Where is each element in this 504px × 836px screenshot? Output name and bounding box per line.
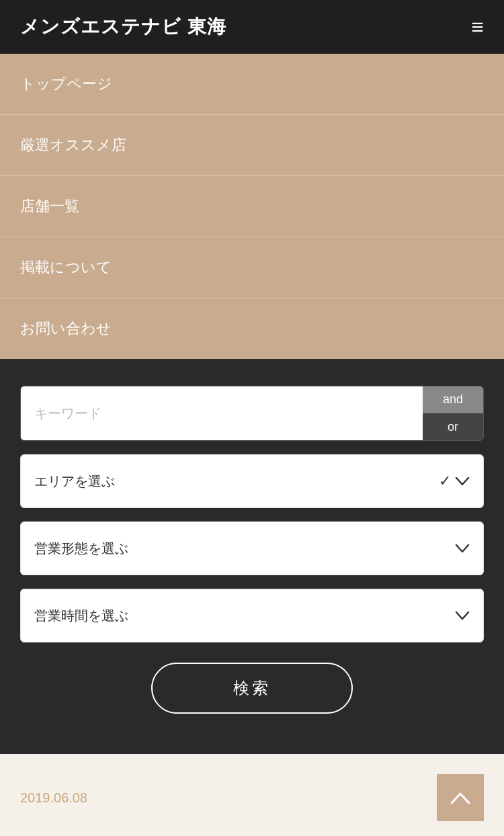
hours-chevron-icon bbox=[455, 607, 470, 624]
hours-dropdown[interactable]: 営業時間を選ぶ bbox=[20, 589, 484, 642]
search-button[interactable]: 検索 bbox=[151, 663, 353, 714]
business-type-label: 営業形態を選ぶ bbox=[34, 540, 128, 558]
site-header: メンズエステナビ 東海 ≡ bbox=[0, 0, 504, 54]
and-button[interactable]: and bbox=[423, 386, 483, 414]
area-dropdown[interactable]: エリアを選ぶ ✓ bbox=[20, 454, 484, 508]
nav-item-store-list[interactable]: 店舗一覧 bbox=[0, 176, 504, 237]
search-btn-wrapper: 検索 bbox=[20, 663, 484, 714]
nav-item-recommended[interactable]: 厳選オススメ店 bbox=[0, 115, 504, 176]
hamburger-menu-icon[interactable]: ≡ bbox=[471, 15, 484, 40]
area-chevron-icon: ✓ bbox=[439, 472, 470, 490]
and-or-toggle: and or bbox=[423, 386, 483, 440]
footer: 2019.06.08 bbox=[0, 754, 504, 836]
nav-item-top[interactable]: トップページ bbox=[0, 54, 504, 115]
nav-item-contact[interactable]: お問い合わせ bbox=[0, 298, 504, 359]
nav-item-about-listing[interactable]: 掲載について bbox=[0, 237, 504, 298]
site-title: メンズエステナビ 東海 bbox=[20, 14, 226, 40]
business-type-chevron-icon bbox=[455, 540, 470, 557]
navigation-menu: トップページ 厳選オススメ店 店舗一覧 掲載について お問い合わせ bbox=[0, 54, 504, 359]
business-type-dropdown[interactable]: 営業形態を選ぶ bbox=[20, 521, 484, 575]
scroll-to-top-button[interactable] bbox=[437, 774, 484, 821]
area-dropdown-label: エリアを選ぶ bbox=[34, 472, 115, 491]
keyword-input[interactable] bbox=[21, 386, 423, 440]
or-button[interactable]: or bbox=[423, 414, 483, 441]
search-section: and or エリアを選ぶ ✓ 営業形態を選ぶ 営業時間を選ぶ 検索 bbox=[0, 359, 504, 754]
keyword-row: and or bbox=[20, 386, 484, 441]
hours-label: 営業時間を選ぶ bbox=[34, 607, 128, 625]
footer-date: 2019.06.08 bbox=[20, 790, 87, 806]
